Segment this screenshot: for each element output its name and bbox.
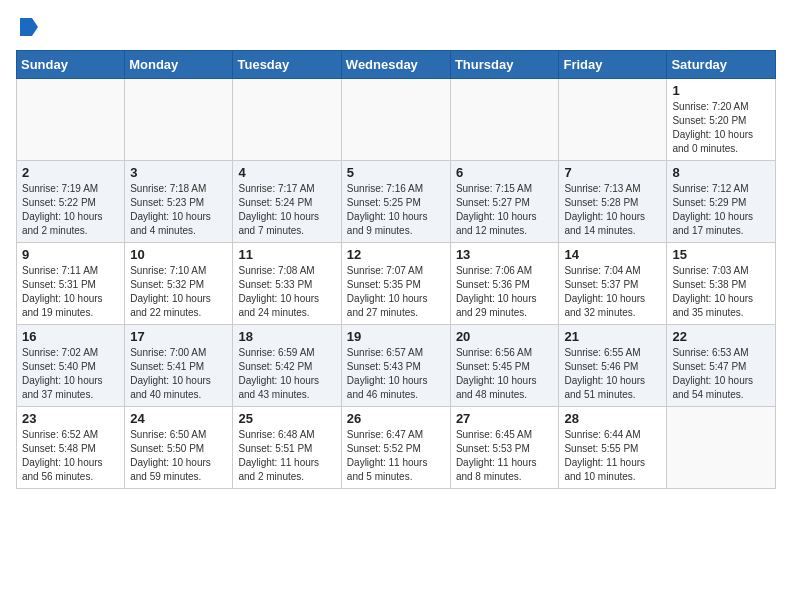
calendar-cell: 19Sunrise: 6:57 AM Sunset: 5:43 PM Dayli… bbox=[341, 325, 450, 407]
day-info: Sunrise: 6:47 AM Sunset: 5:52 PM Dayligh… bbox=[347, 428, 445, 484]
day-number: 28 bbox=[564, 411, 661, 426]
day-info: Sunrise: 6:53 AM Sunset: 5:47 PM Dayligh… bbox=[672, 346, 770, 402]
day-number: 10 bbox=[130, 247, 227, 262]
calendar-cell: 6Sunrise: 7:15 AM Sunset: 5:27 PM Daylig… bbox=[450, 161, 559, 243]
column-header-friday: Friday bbox=[559, 51, 667, 79]
day-number: 4 bbox=[238, 165, 335, 180]
calendar-cell: 14Sunrise: 7:04 AM Sunset: 5:37 PM Dayli… bbox=[559, 243, 667, 325]
day-number: 9 bbox=[22, 247, 119, 262]
calendar-cell: 20Sunrise: 6:56 AM Sunset: 5:45 PM Dayli… bbox=[450, 325, 559, 407]
calendar-table: SundayMondayTuesdayWednesdayThursdayFrid… bbox=[16, 50, 776, 489]
day-info: Sunrise: 6:57 AM Sunset: 5:43 PM Dayligh… bbox=[347, 346, 445, 402]
day-info: Sunrise: 7:15 AM Sunset: 5:27 PM Dayligh… bbox=[456, 182, 554, 238]
day-info: Sunrise: 7:07 AM Sunset: 5:35 PM Dayligh… bbox=[347, 264, 445, 320]
calendar-cell bbox=[341, 79, 450, 161]
calendar-cell: 4Sunrise: 7:17 AM Sunset: 5:24 PM Daylig… bbox=[233, 161, 341, 243]
calendar-cell: 8Sunrise: 7:12 AM Sunset: 5:29 PM Daylig… bbox=[667, 161, 776, 243]
calendar-week-row: 23Sunrise: 6:52 AM Sunset: 5:48 PM Dayli… bbox=[17, 407, 776, 489]
calendar-cell: 5Sunrise: 7:16 AM Sunset: 5:25 PM Daylig… bbox=[341, 161, 450, 243]
day-info: Sunrise: 7:20 AM Sunset: 5:20 PM Dayligh… bbox=[672, 100, 770, 156]
day-info: Sunrise: 6:56 AM Sunset: 5:45 PM Dayligh… bbox=[456, 346, 554, 402]
calendar-cell: 22Sunrise: 6:53 AM Sunset: 5:47 PM Dayli… bbox=[667, 325, 776, 407]
day-info: Sunrise: 6:44 AM Sunset: 5:55 PM Dayligh… bbox=[564, 428, 661, 484]
calendar-cell: 28Sunrise: 6:44 AM Sunset: 5:55 PM Dayli… bbox=[559, 407, 667, 489]
day-number: 14 bbox=[564, 247, 661, 262]
day-info: Sunrise: 6:48 AM Sunset: 5:51 PM Dayligh… bbox=[238, 428, 335, 484]
calendar-cell: 3Sunrise: 7:18 AM Sunset: 5:23 PM Daylig… bbox=[125, 161, 233, 243]
day-number: 8 bbox=[672, 165, 770, 180]
day-number: 18 bbox=[238, 329, 335, 344]
calendar-header-row: SundayMondayTuesdayWednesdayThursdayFrid… bbox=[17, 51, 776, 79]
calendar-cell bbox=[125, 79, 233, 161]
day-number: 23 bbox=[22, 411, 119, 426]
day-number: 7 bbox=[564, 165, 661, 180]
column-header-saturday: Saturday bbox=[667, 51, 776, 79]
calendar-cell bbox=[17, 79, 125, 161]
calendar-cell: 24Sunrise: 6:50 AM Sunset: 5:50 PM Dayli… bbox=[125, 407, 233, 489]
day-info: Sunrise: 7:12 AM Sunset: 5:29 PM Dayligh… bbox=[672, 182, 770, 238]
calendar-cell: 26Sunrise: 6:47 AM Sunset: 5:52 PM Dayli… bbox=[341, 407, 450, 489]
calendar-cell bbox=[233, 79, 341, 161]
svg-marker-0 bbox=[20, 18, 38, 36]
day-info: Sunrise: 7:11 AM Sunset: 5:31 PM Dayligh… bbox=[22, 264, 119, 320]
day-number: 6 bbox=[456, 165, 554, 180]
calendar-cell: 25Sunrise: 6:48 AM Sunset: 5:51 PM Dayli… bbox=[233, 407, 341, 489]
calendar-cell: 10Sunrise: 7:10 AM Sunset: 5:32 PM Dayli… bbox=[125, 243, 233, 325]
day-number: 11 bbox=[238, 247, 335, 262]
calendar-week-row: 9Sunrise: 7:11 AM Sunset: 5:31 PM Daylig… bbox=[17, 243, 776, 325]
calendar-cell: 13Sunrise: 7:06 AM Sunset: 5:36 PM Dayli… bbox=[450, 243, 559, 325]
column-header-wednesday: Wednesday bbox=[341, 51, 450, 79]
day-number: 19 bbox=[347, 329, 445, 344]
day-info: Sunrise: 7:10 AM Sunset: 5:32 PM Dayligh… bbox=[130, 264, 227, 320]
calendar-cell: 27Sunrise: 6:45 AM Sunset: 5:53 PM Dayli… bbox=[450, 407, 559, 489]
logo-icon bbox=[18, 16, 40, 38]
calendar-cell: 9Sunrise: 7:11 AM Sunset: 5:31 PM Daylig… bbox=[17, 243, 125, 325]
column-header-thursday: Thursday bbox=[450, 51, 559, 79]
day-number: 20 bbox=[456, 329, 554, 344]
logo bbox=[16, 16, 40, 42]
calendar-cell: 15Sunrise: 7:03 AM Sunset: 5:38 PM Dayli… bbox=[667, 243, 776, 325]
day-number: 17 bbox=[130, 329, 227, 344]
column-header-tuesday: Tuesday bbox=[233, 51, 341, 79]
day-number: 1 bbox=[672, 83, 770, 98]
day-info: Sunrise: 7:03 AM Sunset: 5:38 PM Dayligh… bbox=[672, 264, 770, 320]
day-info: Sunrise: 6:45 AM Sunset: 5:53 PM Dayligh… bbox=[456, 428, 554, 484]
day-info: Sunrise: 7:08 AM Sunset: 5:33 PM Dayligh… bbox=[238, 264, 335, 320]
day-number: 25 bbox=[238, 411, 335, 426]
day-info: Sunrise: 7:18 AM Sunset: 5:23 PM Dayligh… bbox=[130, 182, 227, 238]
calendar-cell: 7Sunrise: 7:13 AM Sunset: 5:28 PM Daylig… bbox=[559, 161, 667, 243]
day-info: Sunrise: 7:13 AM Sunset: 5:28 PM Dayligh… bbox=[564, 182, 661, 238]
calendar-cell: 17Sunrise: 7:00 AM Sunset: 5:41 PM Dayli… bbox=[125, 325, 233, 407]
day-info: Sunrise: 7:17 AM Sunset: 5:24 PM Dayligh… bbox=[238, 182, 335, 238]
day-info: Sunrise: 6:55 AM Sunset: 5:46 PM Dayligh… bbox=[564, 346, 661, 402]
day-info: Sunrise: 7:02 AM Sunset: 5:40 PM Dayligh… bbox=[22, 346, 119, 402]
day-number: 24 bbox=[130, 411, 227, 426]
calendar-cell: 12Sunrise: 7:07 AM Sunset: 5:35 PM Dayli… bbox=[341, 243, 450, 325]
calendar-cell: 2Sunrise: 7:19 AM Sunset: 5:22 PM Daylig… bbox=[17, 161, 125, 243]
day-info: Sunrise: 6:59 AM Sunset: 5:42 PM Dayligh… bbox=[238, 346, 335, 402]
calendar-cell: 1Sunrise: 7:20 AM Sunset: 5:20 PM Daylig… bbox=[667, 79, 776, 161]
day-info: Sunrise: 7:04 AM Sunset: 5:37 PM Dayligh… bbox=[564, 264, 661, 320]
day-number: 5 bbox=[347, 165, 445, 180]
column-header-sunday: Sunday bbox=[17, 51, 125, 79]
day-number: 13 bbox=[456, 247, 554, 262]
day-number: 15 bbox=[672, 247, 770, 262]
calendar-cell: 21Sunrise: 6:55 AM Sunset: 5:46 PM Dayli… bbox=[559, 325, 667, 407]
calendar-week-row: 2Sunrise: 7:19 AM Sunset: 5:22 PM Daylig… bbox=[17, 161, 776, 243]
day-info: Sunrise: 7:19 AM Sunset: 5:22 PM Dayligh… bbox=[22, 182, 119, 238]
calendar-week-row: 16Sunrise: 7:02 AM Sunset: 5:40 PM Dayli… bbox=[17, 325, 776, 407]
day-number: 12 bbox=[347, 247, 445, 262]
day-number: 21 bbox=[564, 329, 661, 344]
day-number: 3 bbox=[130, 165, 227, 180]
day-info: Sunrise: 6:50 AM Sunset: 5:50 PM Dayligh… bbox=[130, 428, 227, 484]
day-info: Sunrise: 7:16 AM Sunset: 5:25 PM Dayligh… bbox=[347, 182, 445, 238]
day-number: 27 bbox=[456, 411, 554, 426]
calendar-cell: 11Sunrise: 7:08 AM Sunset: 5:33 PM Dayli… bbox=[233, 243, 341, 325]
day-number: 22 bbox=[672, 329, 770, 344]
calendar-week-row: 1Sunrise: 7:20 AM Sunset: 5:20 PM Daylig… bbox=[17, 79, 776, 161]
page-header bbox=[16, 16, 776, 42]
calendar-cell: 23Sunrise: 6:52 AM Sunset: 5:48 PM Dayli… bbox=[17, 407, 125, 489]
calendar-cell: 16Sunrise: 7:02 AM Sunset: 5:40 PM Dayli… bbox=[17, 325, 125, 407]
day-number: 26 bbox=[347, 411, 445, 426]
calendar-cell bbox=[450, 79, 559, 161]
